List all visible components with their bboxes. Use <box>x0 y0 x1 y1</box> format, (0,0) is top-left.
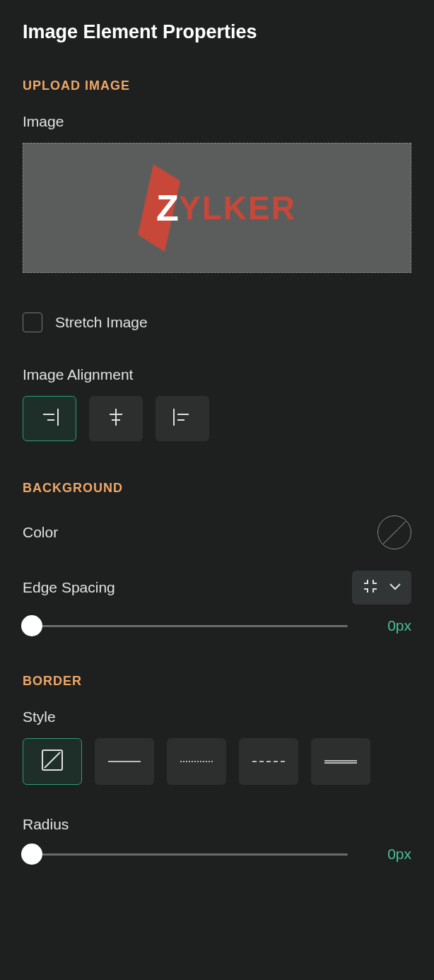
section-heading-background: BACKGROUND <box>23 481 411 496</box>
border-style-label: Style <box>23 708 411 725</box>
stretch-image-label: Stretch Image <box>55 314 148 331</box>
solid-line-icon <box>108 761 141 762</box>
border-solid-button[interactable] <box>95 738 154 785</box>
section-heading-upload: UPLOAD IMAGE <box>23 78 411 93</box>
svg-line-12 <box>45 752 60 768</box>
dashed-line-icon <box>252 761 285 762</box>
section-heading-border: BORDER <box>23 674 411 689</box>
double-line-icon <box>324 760 357 764</box>
edge-spacing-slider-thumb[interactable] <box>21 615 42 636</box>
border-dashed-button[interactable] <box>239 738 298 785</box>
align-right-icon <box>39 407 60 430</box>
image-label: Image <box>23 113 411 130</box>
align-center-button[interactable] <box>89 396 143 441</box>
uploaded-image-logo: Z YLKER <box>138 164 296 252</box>
no-border-icon <box>40 748 64 775</box>
logo-z-icon: Z <box>138 164 180 252</box>
chevron-down-icon <box>389 581 401 594</box>
align-center-icon <box>105 407 127 430</box>
border-radius-label: Radius <box>23 816 411 833</box>
align-left-icon <box>172 407 193 430</box>
edge-spacing-value: 0px <box>376 617 411 634</box>
edge-spacing-label: Edge Spacing <box>23 579 115 596</box>
image-preview[interactable]: Z YLKER <box>23 143 411 273</box>
edge-spacing-button[interactable] <box>352 571 411 605</box>
color-swatch-none[interactable] <box>377 515 411 549</box>
border-dotted-button[interactable] <box>167 738 226 785</box>
logo-text: YLKER <box>179 189 296 227</box>
image-alignment-label: Image Alignment <box>23 366 411 383</box>
svg-text:Z: Z <box>156 187 179 228</box>
dotted-line-icon <box>180 761 213 762</box>
alignment-button-group <box>23 396 411 441</box>
corners-in-icon <box>362 578 379 597</box>
align-right-button[interactable] <box>23 396 76 441</box>
border-radius-value: 0px <box>376 846 411 863</box>
panel-title: Image Element Properties <box>23 21 411 43</box>
color-label: Color <box>23 524 58 541</box>
stretch-image-checkbox[interactable] <box>23 313 42 332</box>
border-none-button[interactable] <box>23 738 82 785</box>
border-radius-slider[interactable] <box>23 853 348 856</box>
align-left-button[interactable] <box>156 396 209 441</box>
border-radius-slider-thumb[interactable] <box>21 844 42 865</box>
edge-spacing-slider[interactable] <box>23 625 348 627</box>
border-double-button[interactable] <box>311 738 370 785</box>
border-style-group <box>23 738 411 785</box>
